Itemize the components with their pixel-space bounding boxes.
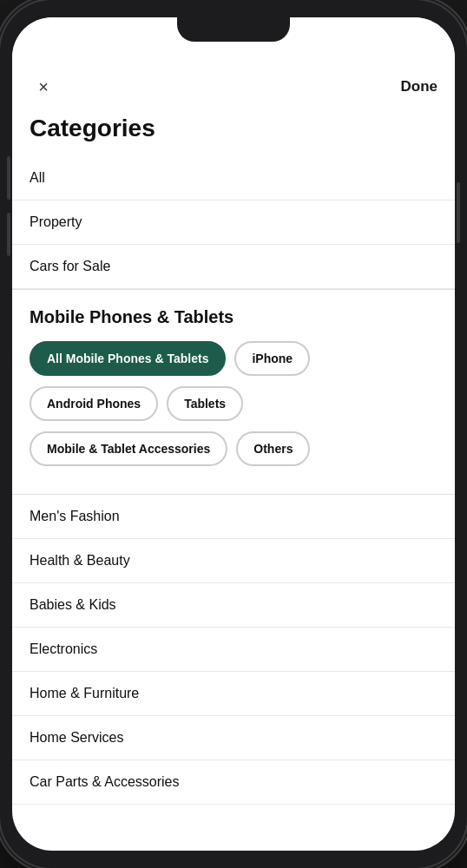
chips-row-1: All Mobile Phones & Tablets iPhone — [30, 341, 437, 376]
notch — [177, 17, 290, 42]
category-item-cars[interactable]: Cars for Sale — [12, 245, 455, 289]
chip-android[interactable]: Android Phones — [30, 386, 158, 421]
chip-accessories[interactable]: Mobile & Tablet Accessories — [30, 431, 227, 466]
category-item-home-services[interactable]: Home Services — [12, 716, 455, 760]
close-button[interactable]: × — [30, 73, 57, 101]
page-title-section: Categories — [12, 111, 455, 156]
phone-screen: × Done Categories All Property Cars for … — [12, 17, 455, 851]
power-button — [457, 182, 460, 243]
dropdown-panel: Mobile Phones & Tablets All Mobile Phone… — [12, 289, 455, 495]
category-item-health-beauty[interactable]: Health & Beauty — [12, 539, 455, 583]
category-list-above: All Property Cars for Sale — [12, 156, 455, 289]
dropdown-title: Mobile Phones & Tablets — [30, 307, 437, 327]
chip-iphone[interactable]: iPhone — [234, 341, 310, 376]
phone-frame: × Done Categories All Property Cars for … — [0, 0, 467, 868]
category-item-property[interactable]: Property — [12, 201, 455, 245]
page-title: Categories — [30, 115, 437, 142]
vol-down-button — [7, 213, 10, 256]
chips-row-3: Mobile & Tablet Accessories Others — [30, 431, 437, 466]
vol-up-button — [7, 156, 10, 200]
category-item-car-parts[interactable]: Car Parts & Accessories — [12, 760, 455, 805]
close-icon: × — [38, 78, 49, 95]
screen-content: × Done Categories All Property Cars for … — [12, 17, 455, 851]
category-item-mens-fashion[interactable]: Men's Fashion — [12, 495, 455, 539]
category-list-below: Men's Fashion Health & Beauty Babies & K… — [12, 495, 455, 805]
category-item-home-furniture[interactable]: Home & Furniture — [12, 672, 455, 716]
app-header: × Done — [12, 62, 455, 111]
chip-all-mobile[interactable]: All Mobile Phones & Tablets — [30, 341, 226, 376]
category-item-all[interactable]: All — [12, 156, 455, 201]
chip-others[interactable]: Others — [236, 431, 310, 466]
chips-row-2: Android Phones Tablets — [30, 386, 437, 421]
done-button[interactable]: Done — [401, 78, 438, 95]
chip-tablets[interactable]: Tablets — [167, 386, 243, 421]
category-item-electronics[interactable]: Electronics — [12, 628, 455, 672]
category-item-babies-kids[interactable]: Babies & Kids — [12, 583, 455, 628]
